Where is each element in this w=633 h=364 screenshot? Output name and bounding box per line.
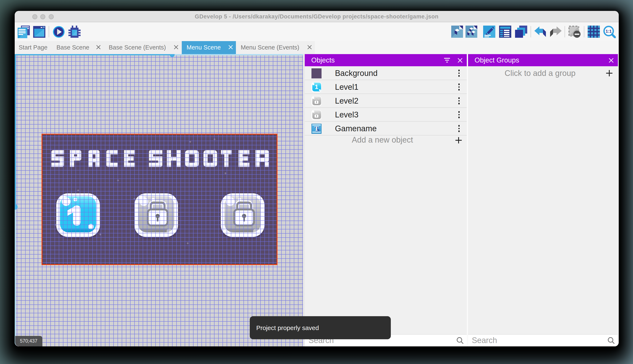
svg-text:1:1: 1:1	[606, 29, 612, 33]
